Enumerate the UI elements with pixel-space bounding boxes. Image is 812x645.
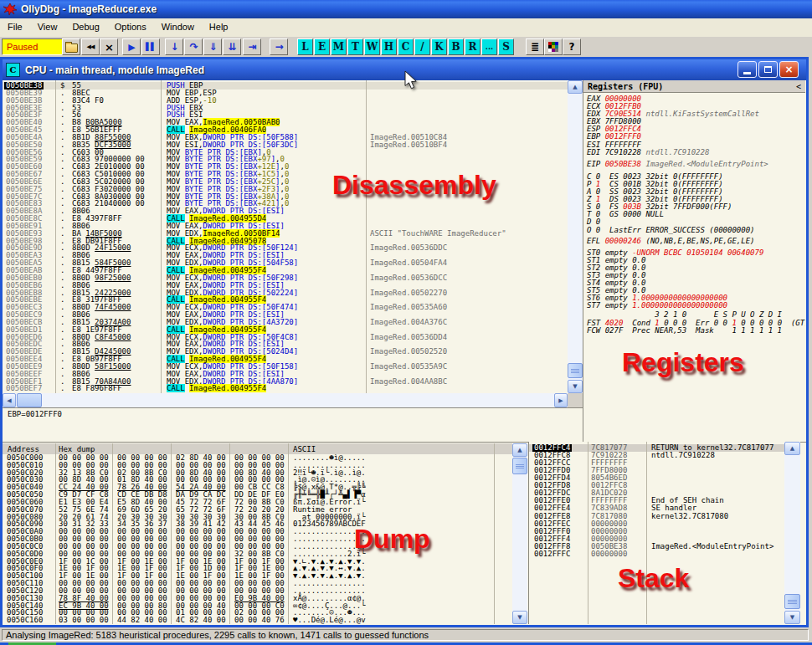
register-line[interactable]: O 0 LastErr ERROR_SUCCESS (00000000) [583,227,805,234]
scroll-left-icon[interactable]: ◀ [3,393,16,407]
restore-icon [764,66,772,73]
stack-comment: ImageRed.<ModuleEntryPoint> [651,543,773,550]
disasm-instruction: CALL ImageRed.004955F4 [167,385,266,392]
disasm-vscrollbar[interactable]: ▲ ▼ [568,80,583,393]
close-program-button[interactable]: × [100,38,118,55]
toolbar-letter-m[interactable]: M [331,38,347,55]
info-pane[interactable]: EBP=0012FFF0 [3,407,583,443]
disasm-col-divider [366,80,367,393]
disasm-comment: ImageRed.004A376C [370,319,447,326]
appearance-button[interactable] [544,38,563,55]
toolbar-letter-c[interactable]: C [398,38,414,55]
trace-into-button[interactable]: ⇓ [203,38,222,55]
menu-item-debug[interactable]: Debug [64,18,106,34]
dump-pane[interactable]: 0050C00000 00 00 0000 00 00 0002 8D 40 0… [3,454,512,624]
disasm-comment: ImageRed.00502520 [370,348,447,356]
registers-collapse-button[interactable]: < [796,82,801,91]
toolbar-letter-e[interactable]: E [314,38,330,55]
stack-vscrollbar[interactable]: ▲ ▼ [784,442,800,624]
disassembly-pane[interactable]: 0050BE38$55PUSH EBP0050BE39.8BECMOV EBP,… [3,80,568,393]
step-into-button[interactable]: ↓ [165,38,183,55]
trace-over-icon: ⇊ [228,41,235,53]
register-line[interactable]: T 0 GS 0000 NULL [583,211,805,218]
register-line[interactable]: ST7 empty 1.0000000000000000000 [583,302,805,310]
toolbar-letter-l[interactable]: L [297,38,313,55]
pane-splitter[interactable] [583,80,583,442]
cpu-close-button[interactable]: × [779,61,799,78]
step-over-icon: ↷ [189,41,197,53]
register-line[interactable]: EDI 7C910228 ntdll.7C910228 [583,149,805,156]
pause-button[interactable]: ▌▌ [141,38,160,55]
cpu-window-icon: C [6,63,20,77]
stack-vscroll-thumb[interactable] [784,594,800,609]
scroll-up-icon[interactable]: ▲ [568,80,583,94]
disasm-hex: E8 F896F8FF [72,385,122,392]
cpu-restore-button[interactable] [758,61,778,78]
disasm-hscrollbar[interactable]: ◀ ▶ [3,393,568,407]
toolbar-letter-dots[interactable]: ... [481,38,497,55]
scroll-up-icon[interactable]: ▲ [784,442,800,455]
toolbar-letter-slash[interactable]: / [414,38,430,55]
toolbar-letter-t[interactable]: T [347,38,363,55]
menu-item-options[interactable]: Options [107,18,154,34]
register-line[interactable]: EFL 00000246 (NO,NB,E,BE,NS,PE,GE,LE) [583,238,805,245]
toolbar-letter-s[interactable]: S [498,38,514,55]
dump-col-divider [229,443,230,624]
register-line[interactable]: FCW 027F Prec NEAR,53 Mask 1 1 1 1 1 1 [583,327,805,335]
scroll-right-icon[interactable]: ▶ [554,393,568,407]
registers-pane[interactable]: EAX 00000000ECX 0012FFB0EDX 7C90E514 ntd… [583,93,805,444]
status-paused-box: Paused [2,38,63,55]
goto-button[interactable]: → [270,38,288,55]
disasm-comment: ImageRed.004AA8BC [370,378,447,386]
disasm-hscroll-thumb[interactable] [17,393,42,407]
toolbar-letter-h[interactable]: H [381,38,397,55]
window-title: OllyDbg - ImageReducer.exe [21,3,157,15]
disasm-comment: ASCII "TouchWARE ImageReducer" [370,230,506,238]
open-file-button[interactable] [62,38,80,55]
toolbar-letter-r[interactable]: R [465,38,481,55]
annotation-disassembly: Disassembly [332,170,496,201]
annotation-dump: Dump [354,524,430,555]
until-return-button[interactable]: ⇥ [243,38,261,55]
dump-vscroll-thumb[interactable] [512,458,527,474]
run-button[interactable]: ▶ [122,38,141,55]
scroll-down-icon[interactable]: ▼ [784,611,800,624]
disasm-vscroll-thumb[interactable] [568,363,583,378]
scroll-down-icon[interactable]: ▼ [568,380,583,393]
scroll-up-icon[interactable]: ▲ [512,443,527,457]
stack-row[interactable]: 0012FFFC00000000 [529,550,784,558]
stack-pane[interactable]: 0012FFC47C817077RETURN to kernel32.7C817… [529,442,784,624]
disasm-comment: ImageRed.00536DD4 [370,334,447,341]
disasm-comment: ImageRed.00510BF4 [370,141,447,149]
dump-header-ascii: ASCII [293,445,316,453]
menu-item-window[interactable]: Window [154,18,202,34]
close-program-icon: × [105,41,113,54]
disasm-col-divider [55,80,56,393]
disasm-row[interactable]: 0050BEF7.E8 F896F8FFCALL ImageRed.004955… [3,385,568,392]
log-window-button[interactable]: ≣ [526,38,544,55]
toolbar-letter-k[interactable]: K [431,38,447,55]
menu-item-view[interactable]: View [30,18,65,34]
register-line[interactable]: EIP 0050BE38 ImageRed.<ModuleEntryPoint> [583,161,805,168]
trace-over-button[interactable]: ⇊ [223,38,241,55]
toolbar-letter-w[interactable]: W [364,38,380,55]
cpu-minimize-button[interactable] [737,61,757,78]
disasm-col-divider [161,80,162,393]
dump-row[interactable]: 0050C16003 00 00 0044 82 40 004C 82 40 0… [3,617,512,624]
menu-item-help[interactable]: Help [202,18,236,34]
toolbar-letter-b[interactable]: B [448,38,464,55]
menu-item-file[interactable]: File [0,18,30,34]
step-over-button[interactable]: ↷ [184,38,203,55]
registers-title: Registers (FPU) [588,82,663,91]
dump-address: 0050C160 [7,617,43,624]
restart-button[interactable]: ◀◀ [81,38,100,55]
trace-into-icon: ⇓ [208,41,216,53]
open-file-icon [65,44,78,53]
scroll-down-icon[interactable]: ▼ [512,611,527,624]
until-return-icon: ⇥ [248,41,255,53]
ollydbg-window: OllyDbg - ImageReducer.exe FileViewDebug… [0,0,812,645]
help-button[interactable]: ? [563,38,581,55]
disasm-row[interactable]: 0050BE3B.83C4 F0ADD ESP,-10 [3,97,568,105]
disasm-row[interactable]: 0050BE3E.53PUSH EBX [3,105,568,112]
dump-vscrollbar[interactable]: ▲ ▼ [512,443,527,624]
